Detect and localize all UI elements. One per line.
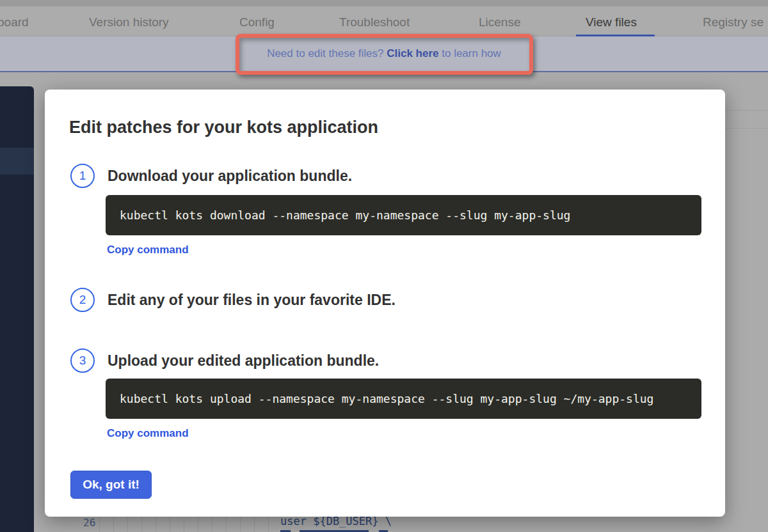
step-2-number-badge: 2 [70,288,95,312]
indent-guides [99,517,273,532]
tab-view-files[interactable]: View files [586,15,637,29]
file-tree-sidebar [0,86,34,532]
copy-download-command-link[interactable]: Copy command [107,244,189,256]
annotation-highlight-box [236,34,533,75]
tab-version-history[interactable]: Version history [89,15,169,29]
file-row-divider [724,110,768,111]
sidebar-selected-item[interactable] [0,148,34,175]
step-2-title: Edit any of your files in your favorite … [108,292,396,309]
edit-patches-modal: Edit patches for your kots application 1… [45,90,725,517]
ok-got-it-button[interactable]: Ok, got it! [70,471,152,499]
download-command-codeblock: kubectl kots download --namespace my-nam… [106,195,701,235]
tab-dashboard-partial[interactable]: board [0,15,29,29]
step-1-title: Download your application bundle. [108,168,352,185]
tab-registry-settings-partial[interactable]: Registry se [703,15,764,29]
modal-title: Edit patches for your kots application [69,118,378,137]
step-3-number-badge: 3 [70,348,95,373]
copy-upload-command-link[interactable]: Copy command [107,427,189,440]
step-3-title: Upload your edited application bundle. [108,352,379,370]
screen: 26 user ${DB_USER} \ board Version histo… [0,0,768,532]
upload-command-codeblock: kubectl kots upload --namespace my-names… [106,379,701,419]
editor-line-number: 26 [83,517,95,529]
step-1-number-badge: 1 [70,164,95,188]
tab-license[interactable]: License [479,15,521,29]
file-row-divider [724,128,768,129]
app-navbar: board Version history Config Troubleshoo… [0,0,768,36]
tab-troubleshoot[interactable]: Troubleshoot [339,15,410,29]
editor-code-line: user ${DB_USER} \ [280,515,392,528]
code-editor-strip: 26 user ${DB_USER} \ [0,517,768,532]
tab-config[interactable]: Config [239,15,275,29]
